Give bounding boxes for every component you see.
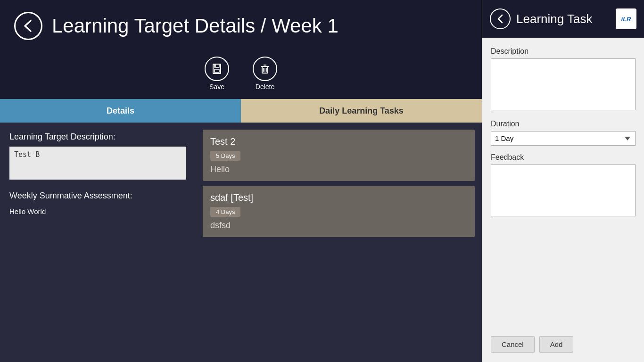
- description-label: Description: [491, 47, 636, 56]
- duration-label: Duration: [491, 120, 636, 128]
- sidebar-footer: Cancel Add: [482, 329, 644, 362]
- main-panel: Learning Target Details / Week 1 Save: [0, 0, 482, 362]
- sidebar-panel: Learning Task iLR Description Duration 1…: [482, 0, 644, 362]
- header: Learning Target Details / Week 1: [0, 0, 482, 52]
- tab-daily-learning-tasks[interactable]: Daily Learning Tasks: [241, 99, 482, 123]
- sidebar-body: Description Duration 1 Day 2 Days 3 Days…: [482, 38, 644, 329]
- delete-button[interactable]: Delete: [253, 57, 277, 90]
- sidebar-back-button[interactable]: [490, 8, 511, 29]
- task-card[interactable]: sdaf [Test] 4 Days dsfsd: [203, 186, 475, 237]
- weekly-assessment-label: Weekly Summative Assessment:: [9, 191, 186, 201]
- cancel-button[interactable]: Cancel: [491, 336, 535, 353]
- tab-details[interactable]: Details: [0, 99, 241, 123]
- add-button[interactable]: Add: [539, 336, 574, 353]
- task-days-badge: 4 Days: [210, 207, 240, 217]
- delete-label: Delete: [256, 83, 274, 90]
- sidebar-title: Learning Task: [516, 12, 610, 26]
- tabs: Details Daily Learning Tasks: [0, 99, 482, 123]
- feedback-label: Feedback: [491, 153, 636, 162]
- back-button[interactable]: [14, 12, 42, 40]
- target-description-input[interactable]: Test B: [9, 147, 186, 180]
- task-title: sdaf [Test]: [210, 192, 467, 203]
- task-card[interactable]: Test 2 5 Days Hello: [203, 130, 475, 181]
- description-textarea[interactable]: [491, 58, 636, 110]
- task-days-badge: 5 Days: [210, 151, 240, 161]
- task-title: Test 2: [210, 136, 467, 147]
- sidebar-header: Learning Task iLR: [482, 0, 644, 38]
- save-button[interactable]: Save: [205, 57, 229, 90]
- description-field-group: Description: [491, 47, 636, 112]
- duration-select[interactable]: 1 Day 2 Days 3 Days 4 Days 5 Days: [491, 131, 636, 146]
- toolbar: Save Delete: [0, 52, 482, 99]
- details-column: Learning Target Description: Test B Week…: [0, 123, 196, 362]
- content-area: Learning Target Description: Test B Week…: [0, 123, 482, 362]
- svg-rect-2: [215, 69, 219, 73]
- task-description: Hello: [210, 165, 467, 174]
- delete-icon: [253, 57, 277, 81]
- save-label: Save: [209, 83, 224, 90]
- weekly-assessment-value: Hello World: [9, 206, 186, 217]
- task-description: dsfsd: [210, 221, 467, 230]
- save-icon: [205, 57, 229, 81]
- target-description-label: Learning Target Description:: [9, 132, 186, 142]
- sidebar-logo: iLR: [616, 8, 636, 29]
- page-title: Learning Target Details / Week 1: [52, 15, 339, 37]
- feedback-field-group: Feedback: [491, 153, 636, 218]
- feedback-textarea[interactable]: [491, 165, 636, 216]
- duration-field-group: Duration 1 Day 2 Days 3 Days 4 Days 5 Da…: [491, 120, 636, 146]
- daily-tasks-column: Test 2 5 Days Hello sdaf [Test] 4 Days d…: [196, 123, 482, 362]
